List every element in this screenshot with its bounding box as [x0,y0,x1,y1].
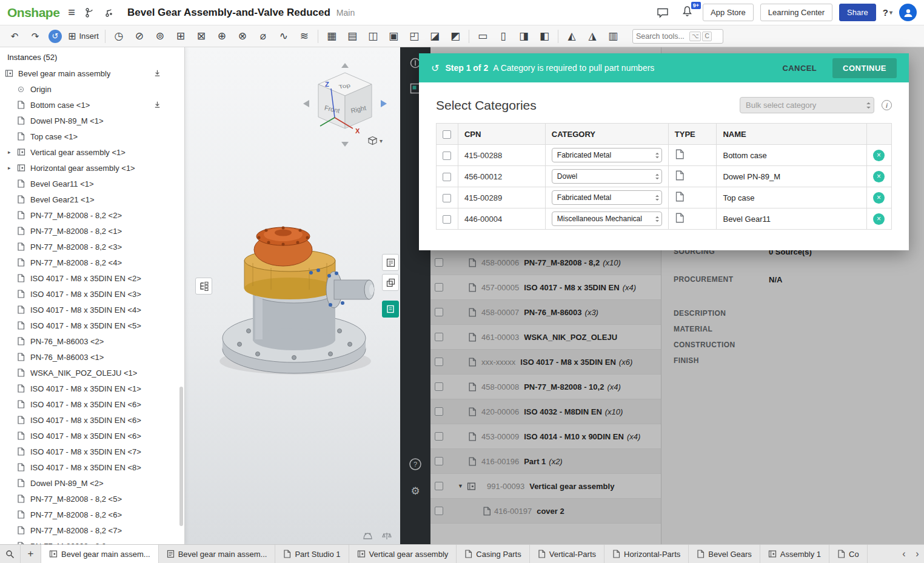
instance-tree-item[interactable]: ▸ PN-77_M-82008 - 8,2 <6> [0,507,184,522]
redo-button[interactable]: ↷ [28,31,42,42]
frame-tool[interactable]: ▯ [496,30,511,42]
row-checkbox[interactable] [443,215,451,224]
instance-tree-item[interactable]: ▸ Horizontal gear assembly <1> [0,160,184,176]
named-positions-tool[interactable]: ◩ [448,30,463,42]
search-tools-input[interactable] [636,32,688,41]
comment-panel-button[interactable] [382,254,399,271]
document-tab[interactable]: Horizontal-Parts [604,545,689,563]
measure-panel-icon[interactable] [381,530,393,542]
instance-tree-item[interactable]: ▸ Bevel gear main assembly [0,65,184,81]
appearance-panel-icon[interactable] [361,530,373,542]
main-menu-icon[interactable]: ≡ [68,5,75,19]
instance-tree-item[interactable]: ▸ Origin [0,81,184,97]
rotate-down-arrow-icon[interactable] [341,142,349,147]
rotate-view-tool[interactable]: ◷ [112,30,126,42]
section-view-tool[interactable]: ◭ [564,30,579,42]
create-version-button[interactable] [102,5,116,20]
learning-center-button[interactable]: Learning Center [760,4,832,21]
update-sync-button[interactable]: ↺ [49,30,62,43]
cylindrical-mate-tool[interactable]: ⊕ [215,30,229,42]
instance-tree-item[interactable]: ▸ Dowel PN-89_M <1> [0,113,184,128]
revolute-mate-tool[interactable]: ⊚ [153,30,167,42]
gear-relation-tool[interactable]: ∿ [276,30,291,42]
remove-row-button[interactable]: × [873,171,885,182]
bom-table-tool[interactable]: ▥ [606,30,620,42]
instance-tree-item[interactable]: ▸ PN-76_M-86003 <1> [0,349,184,365]
instance-tree-item[interactable]: ▸ PN-77_M-82008 - 8,2 <2> [0,207,184,223]
assembly-3d-model[interactable] [215,218,379,379]
remove-row-button[interactable]: × [873,192,885,204]
document-tab[interactable]: Part Studio 1 [275,545,349,563]
instance-tree-item[interactable]: ▸ PN-77_M-82008 - 8,2 <5> [0,491,184,507]
continue-button[interactable]: CONTINUE [832,58,897,78]
insert-button[interactable]: ⊞ Insert [68,30,99,42]
search-tools-box[interactable]: ⌥ C [632,29,723,44]
explode-view-tool[interactable]: ◪ [427,30,442,42]
help-menu-button[interactable]: ? ▾ [883,7,892,18]
pin-slot-mate-tool[interactable]: ⊗ [235,30,250,42]
group-tool[interactable]: ▦ [324,30,339,42]
instance-tree-item[interactable]: ▸ Dowel PN-89_M <2> [0,475,184,491]
document-tab[interactable]: Assembly 1 [760,545,829,563]
info-icon[interactable]: i [882,100,892,110]
instance-tree-item[interactable]: ▸ ISO 4017 - M8 x 35DIN EN <6> [0,428,184,444]
instance-tree-item[interactable]: ▸ Top case <1> [0,128,184,144]
document-tab[interactable]: Bevel gear main assem... [41,545,159,563]
row-checkbox[interactable] [443,152,451,160]
workspace-name[interactable]: Main [336,8,355,18]
measure-tool[interactable]: ◮ [585,30,600,42]
instance-tree-item[interactable]: ▸ Bottom case <1> [0,97,184,113]
display-states-tool[interactable]: ◨ [517,30,531,42]
document-tab[interactable]: Vertical-Parts [530,545,604,563]
category-dropdown[interactable]: Dowel [552,169,662,184]
user-avatar[interactable] [899,4,917,21]
remove-row-button[interactable]: × [873,213,885,225]
cancel-button[interactable]: CANCEL [783,64,817,73]
share-button[interactable]: Share [839,4,876,21]
fastened-mate-tool[interactable]: ⊠ [194,30,209,42]
circular-pattern-tool[interactable]: ◫ [366,30,380,42]
instance-tree-item[interactable]: ▸ PN-77_M-82008 - 8,2 [0,538,184,544]
instance-tree-item[interactable]: ▸ ISO 4017 - M8 x 35DIN EN <6> [0,396,184,412]
instance-tree-item[interactable]: ▸ ISO 4017 - M8 x 35DIN EN <7> [0,444,184,459]
instance-tree-item[interactable]: ▸ PN-77_M-82008 - 8,2 <1> [0,223,184,239]
rotate-left-arrow-icon[interactable] [303,100,309,107]
instance-tree-item[interactable]: ▸ PN-77_M-82008 - 8,2 <3> [0,239,184,255]
scroll-tabs-right-button[interactable]: › [911,548,924,559]
instance-tree-item[interactable]: ▸ ISO 4017 - M8 x 35DIN EN <5> [0,318,184,333]
mate-tool[interactable]: ⊘ [132,30,147,42]
instance-tree-item[interactable]: ▸ Bevel Gear11 <1> [0,176,184,192]
app-store-button[interactable]: App Store [703,4,754,21]
sheet-metal-tool[interactable]: ▭ [475,30,490,42]
expand-arrow-icon[interactable]: ▸ [8,165,11,171]
search-tabs-button[interactable] [0,545,21,563]
copy-layers-button[interactable] [382,274,399,291]
replicate-tool[interactable]: ▣ [386,30,401,42]
select-all-checkbox[interactable] [443,130,451,139]
category-dropdown[interactable]: Fabricated Metal [552,148,662,162]
category-dropdown[interactable]: Fabricated Metal [552,190,662,205]
instance-tree-item[interactable]: ▸ ISO 4017 - M8 x 35DIN EN <4> [0,302,184,318]
bulk-select-category-dropdown[interactable]: Bulk select category [740,97,874,113]
rotate-up-arrow-icon[interactable] [341,63,349,68]
row-checkbox[interactable] [443,194,451,202]
linear-pattern-tool[interactable]: ▤ [345,30,360,42]
appearance-tool[interactable]: ◧ [537,30,552,42]
instance-tree-item[interactable]: ▸ ISO 4017 - M8 x 35DIN EN <2> [0,270,184,286]
comments-icon[interactable] [655,5,670,20]
remove-row-button[interactable]: × [873,150,885,161]
instance-tree-item[interactable]: ▸ ISO 4017 - M8 x 35DIN EN <8> [0,459,184,475]
instance-tree-item[interactable]: ▸ Bevel Gear21 <1> [0,192,184,207]
add-tab-button[interactable]: + [21,545,41,563]
document-tab[interactable]: Casing Parts [457,545,529,563]
assembly-structure-button[interactable] [195,278,212,295]
instances-scrollbar[interactable] [179,387,183,526]
instance-tree-item[interactable]: ▸ PN-76_M-86003 <2> [0,333,184,349]
undo-button[interactable]: ↶ [7,31,22,42]
view-orientation-button[interactable]: ▾ [367,136,383,145]
instance-tree-item[interactable]: ▸ PN-77_M-82008 - 8,2 <4> [0,255,184,270]
document-tab[interactable]: Bevel gear main assem... [159,545,276,563]
instance-tree-item[interactable]: ▸ Vertical gear assembly <1> [0,144,184,160]
notifications-bell-icon[interactable]: 9+ [681,5,696,20]
document-tab[interactable]: Co [829,545,868,563]
